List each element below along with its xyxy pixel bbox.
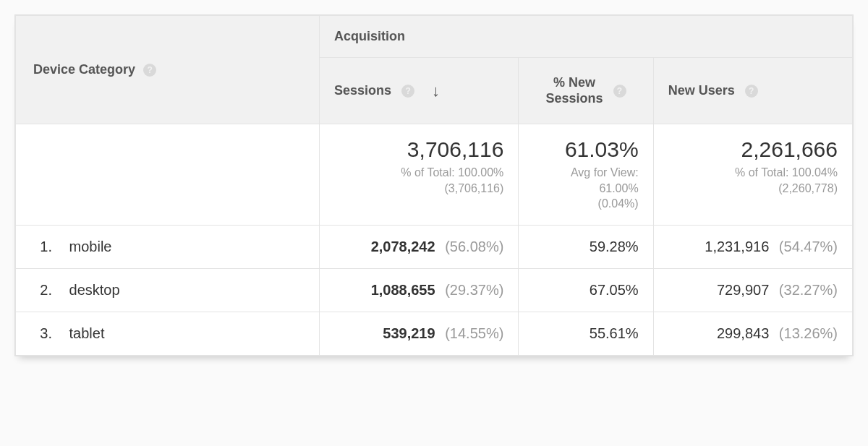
column-header-label-line1: % New [553,75,595,90]
totals-value: 3,706,116 [334,137,503,162]
cell-new-users: 1,231,916 (54.47%) [653,225,852,268]
metric-value: 2,078,242 [371,239,435,254]
column-header-sessions[interactable]: Sessions ? ↓ [320,58,519,124]
totals-subtext: % of Total: 100.04% (2,260,778) [668,165,838,196]
metric-value: 59.28% [590,239,639,254]
metric-pct: (14.55%) [445,325,503,341]
device-name[interactable]: tablet [69,325,105,341]
column-group-acquisition: Acquisition [320,16,853,58]
column-header-new-users[interactable]: New Users ? [653,58,852,124]
metric-value: 729,907 [717,282,769,298]
metric-value: 539,219 [383,325,435,341]
metric-value: 299,843 [717,325,769,341]
totals-pct-new-sessions: 61.03% Avg for View: 61.00% (0.04%) [519,124,653,226]
sort-descending-icon[interactable]: ↓ [432,82,440,100]
cell-new-users: 729,907 (32.27%) [653,268,852,312]
totals-subtext: Avg for View: 61.00% (0.04%) [533,165,638,212]
cell-sessions: 2,078,242 (56.08%) [320,225,519,268]
help-icon[interactable]: ? [143,64,156,77]
data-table: Device Category ? Acquisition Sessions ?… [15,15,853,356]
row-index: 2. [30,282,52,299]
table-row[interactable]: 3. tablet 539,219 (14.55%) 55.61% 299,84… [16,312,853,355]
column-header-label: New Users [668,83,735,98]
table-header: Device Category ? Acquisition Sessions ?… [16,16,853,124]
row-index: 1. [30,239,52,255]
metric-pct: (56.08%) [445,239,503,254]
cell-pct-new-sessions: 67.05% [519,268,653,312]
metric-pct: (54.47%) [779,239,838,254]
cell-pct-new-sessions: 55.61% [519,312,653,355]
column-header-pct-new-sessions[interactable]: % New Sessions ? [519,58,653,124]
totals-empty-cell [16,124,320,226]
metric-value: 67.05% [590,282,639,298]
metric-value: 1,088,655 [371,282,435,298]
column-header-device[interactable]: Device Category ? [16,16,320,124]
metric-pct: (13.26%) [779,325,838,341]
totals-row: 3,706,116 % of Total: 100.00% (3,706,116… [16,124,853,226]
cell-new-users: 299,843 (13.26%) [653,312,852,355]
cell-device: 3. tablet [16,312,320,355]
totals-new-users: 2,261,666 % of Total: 100.04% (2,260,778… [653,124,852,226]
cell-device: 1. mobile [16,225,320,268]
metric-value: 1,231,916 [705,239,769,254]
cell-device: 2. desktop [16,268,320,312]
help-icon[interactable]: ? [401,85,414,98]
row-index: 3. [30,325,52,342]
help-icon[interactable]: ? [613,85,626,98]
help-icon[interactable]: ? [745,85,758,98]
cell-pct-new-sessions: 59.28% [519,225,653,268]
totals-subtext: % of Total: 100.00% (3,706,116) [334,165,503,196]
column-group-label: Acquisition [334,29,405,43]
totals-value: 2,261,666 [668,137,838,162]
column-header-label: Sessions [334,83,391,98]
table-row[interactable]: 1. mobile 2,078,242 (56.08%) 59.28% 1,23… [16,225,853,268]
column-header-label-line2: Sessions [545,91,603,106]
metric-pct: (32.27%) [779,282,838,298]
metric-value: 55.61% [590,325,639,341]
table-row[interactable]: 2. desktop 1,088,655 (29.37%) 67.05% 729… [16,268,853,312]
totals-sessions: 3,706,116 % of Total: 100.00% (3,706,116… [320,124,519,226]
metric-pct: (29.37%) [445,282,503,298]
totals-value: 61.03% [533,137,638,162]
device-name[interactable]: desktop [69,282,120,298]
column-header-label: Device Category [33,62,135,77]
cell-sessions: 539,219 (14.55%) [320,312,519,355]
device-name[interactable]: mobile [69,239,112,254]
analytics-report-table: Device Category ? Acquisition Sessions ?… [14,14,854,356]
cell-sessions: 1,088,655 (29.37%) [320,268,519,312]
